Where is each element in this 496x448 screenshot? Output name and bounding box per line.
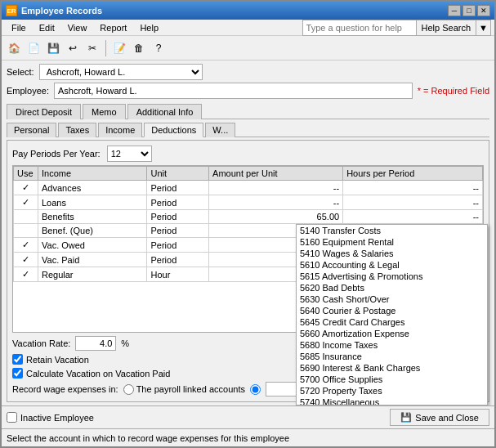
col-hours: Hours per Period: [343, 167, 483, 181]
cell-income: Benef. (Que): [38, 224, 147, 238]
menu-edit[interactable]: Edit: [33, 22, 61, 34]
help-search-button[interactable]: Help Search: [417, 20, 477, 36]
help-dropdown-button[interactable]: ▼: [476, 20, 491, 36]
maximize-button[interactable]: □: [462, 5, 476, 16]
bottom-bar: Inactive Employee 💾 Save and Close: [2, 405, 494, 428]
save-button[interactable]: 💾: [44, 39, 62, 57]
calculate-vacation-label: Calculate Vacation on Vacation Paid: [26, 369, 170, 379]
save-close-label: Save and Close: [415, 413, 479, 423]
dropdown-item[interactable]: 5140 Transfer Costs: [297, 225, 487, 236]
dropdown-item[interactable]: 5690 Interest & Bank Charges: [297, 362, 487, 374]
home-button[interactable]: 🏠: [5, 39, 23, 57]
table-row[interactable]: Benefits Period 65.00 --: [14, 210, 483, 224]
cell-unit: Period: [147, 210, 209, 224]
cell-unit: Period: [147, 253, 209, 267]
menu-bar: File Edit View Report Help Help Search ▼: [2, 20, 494, 36]
dropdown-item[interactable]: 5720 Property Taxes: [297, 385, 487, 396]
cell-income: Loans: [38, 195, 147, 210]
menu-view[interactable]: View: [61, 22, 94, 34]
menu-file[interactable]: File: [5, 22, 33, 34]
cell-unit: Hour: [147, 267, 209, 282]
radio-account[interactable]: [250, 384, 261, 395]
close-button[interactable]: ✕: [477, 5, 490, 16]
tab-direct-deposit[interactable]: Direct Deposit: [7, 104, 81, 119]
cell-unit: Period: [147, 195, 209, 210]
dropdown-item[interactable]: 5410 Wages & Salaries: [297, 248, 487, 259]
radio-payroll-text: The payroll linked accounts: [136, 384, 245, 394]
pay-periods-select[interactable]: 12: [107, 146, 152, 162]
help-button[interactable]: ?: [150, 39, 168, 57]
select-row: Select: Ashcroft, Howard L.: [7, 64, 489, 80]
help-search-input[interactable]: [302, 20, 417, 36]
dropdown-item[interactable]: 5700 Office Supplies: [297, 374, 487, 385]
tab-taxes[interactable]: Taxes: [58, 123, 96, 137]
table-row[interactable]: ✓ Loans Period -- --: [14, 195, 483, 210]
radio-payroll[interactable]: [123, 384, 134, 395]
col-unit: Unit: [147, 167, 209, 181]
select-combo[interactable]: Ashcroft, Howard L.: [39, 64, 203, 80]
cell-income: Benefits: [38, 210, 147, 224]
undo-button[interactable]: ↩: [64, 39, 82, 57]
menu-help[interactable]: Help: [133, 22, 165, 34]
save-close-button[interactable]: 💾 Save and Close: [390, 409, 489, 426]
dropdown-item[interactable]: 5640 Courier & Postage: [297, 305, 487, 316]
dropdown-item[interactable]: 5740 Miscellaneous: [297, 396, 487, 405]
toolbar-separator: [105, 40, 106, 56]
dropdown-item[interactable]: 5620 Bad Debts: [297, 282, 487, 293]
col-amount: Amount per Unit: [209, 167, 343, 181]
tab-deductions[interactable]: Deductions: [144, 123, 203, 137]
dropdown-item[interactable]: 5645 Credit Card Charges: [297, 316, 487, 328]
dropdown-item[interactable]: 5680 Income Taxes: [297, 339, 487, 351]
cell-use: ✓: [14, 238, 38, 253]
inactive-employee-label: Inactive Employee: [20, 413, 94, 423]
status-text: Select the account in which to record wa…: [7, 433, 289, 443]
cell-unit: Period: [147, 181, 209, 195]
new-button[interactable]: 📄: [25, 39, 42, 57]
window-title: Employee Records: [21, 6, 448, 16]
required-field: * = Required Field: [418, 86, 489, 96]
employee-input[interactable]: [54, 83, 413, 99]
tab-w[interactable]: W...: [205, 123, 235, 137]
calculate-vacation-checkbox[interactable]: [12, 368, 23, 379]
col-income: Income: [38, 167, 147, 181]
cell-hours: --: [343, 195, 483, 210]
table-row[interactable]: ✓ Advances Period -- --: [14, 181, 483, 195]
employee-label: Employee:: [7, 86, 49, 96]
cell-amount: --: [209, 195, 343, 210]
dropdown-item[interactable]: 5160 Equipment Rental: [297, 236, 487, 248]
cell-income: Advances: [38, 181, 147, 195]
status-bar: Select the account in which to record wa…: [2, 428, 494, 446]
radio-account-label: [250, 384, 261, 395]
menu-report[interactable]: Report: [93, 22, 133, 34]
dropdown-item[interactable]: 5630 Cash Short/Over: [297, 293, 487, 305]
edit-button[interactable]: 📝: [110, 39, 128, 57]
title-bar: ER Employee Records ─ □ ✕: [2, 2, 494, 20]
minimize-button[interactable]: ─: [448, 5, 461, 16]
retain-vacation-label: Retain Vacation: [26, 355, 89, 365]
dropdown-item[interactable]: 5685 Insurance: [297, 351, 487, 362]
record-wage-label: Record wage expenses in:: [12, 384, 118, 394]
title-buttons: ─ □ ✕: [448, 5, 490, 16]
tab-income[interactable]: Income: [98, 123, 142, 137]
tab-memo[interactable]: Memo: [83, 104, 126, 119]
vacation-rate-input[interactable]: [75, 336, 116, 351]
percent-sign: %: [121, 338, 129, 348]
tab-personal[interactable]: Personal: [7, 123, 56, 137]
cut-button[interactable]: ✂: [83, 39, 101, 57]
retain-vacation-checkbox[interactable]: [12, 354, 23, 365]
cell-hours: --: [343, 210, 483, 224]
inactive-employee-checkbox[interactable]: [7, 412, 17, 423]
tabs-row-1: Direct Deposit Memo Additional Info: [7, 103, 489, 119]
cell-amount: 65.00: [209, 210, 343, 224]
account-dropdown-list: 5140 Transfer Costs5160 Equipment Rental…: [296, 224, 488, 405]
dropdown-item[interactable]: 5660 Amortization Expense: [297, 328, 487, 339]
dropdown-item[interactable]: 5610 Accounting & Legal: [297, 259, 487, 271]
delete-button[interactable]: 🗑: [130, 39, 148, 57]
tab-additional-info[interactable]: Additional Info: [127, 104, 203, 119]
radio-payroll-label: The payroll linked accounts: [123, 384, 245, 395]
cell-use: [14, 224, 38, 238]
app-icon: ER: [6, 5, 17, 16]
main-content: Select: Ashcroft, Howard L. Employee: * …: [2, 60, 494, 405]
cell-use: ✓: [14, 181, 38, 195]
dropdown-item[interactable]: 5615 Advertising & Promotions: [297, 271, 487, 282]
